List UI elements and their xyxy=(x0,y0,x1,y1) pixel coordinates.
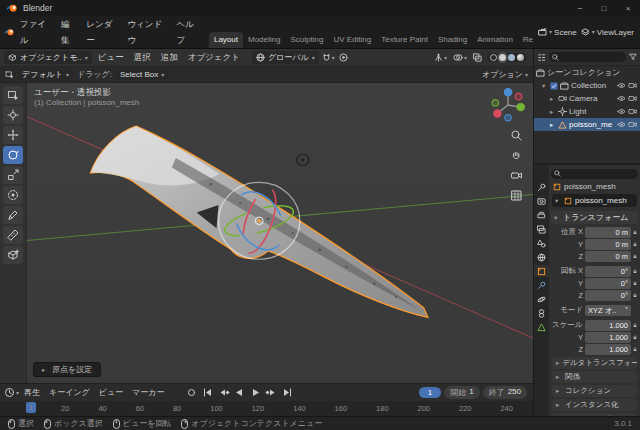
xray-toggle[interactable] xyxy=(472,53,483,62)
section-collections[interactable]: ▸コレクション xyxy=(552,385,637,397)
lock-icon[interactable] xyxy=(633,268,637,275)
disclosure-open-icon[interactable]: ▾ xyxy=(555,197,561,205)
outliner-editor-icon[interactable] xyxy=(537,53,546,62)
checkbox-checked-icon[interactable] xyxy=(550,82,558,90)
disable-render-camera-icon[interactable] xyxy=(628,108,637,115)
outliner-search-input[interactable] xyxy=(549,52,626,62)
wireframe-shading-icon[interactable] xyxy=(490,54,497,61)
rotation-x-field[interactable]: 0° xyxy=(585,266,631,277)
lock-icon[interactable] xyxy=(633,334,637,341)
lock-icon[interactable] xyxy=(633,229,637,236)
jump-to-start-button[interactable] xyxy=(200,386,215,399)
hide-viewport-eye-icon[interactable] xyxy=(617,108,626,115)
lock-icon[interactable] xyxy=(633,322,637,329)
play-reverse-button[interactable] xyxy=(232,386,247,399)
menu-add[interactable]: 追加 xyxy=(157,52,182,64)
menu-window[interactable]: ウィンドウ xyxy=(122,16,171,48)
menu-file[interactable]: ファイル xyxy=(15,16,56,48)
options-dropdown[interactable]: オプション ▾ xyxy=(482,69,528,80)
lock-icon[interactable] xyxy=(633,280,637,287)
location-y-field[interactable]: 0 m xyxy=(585,239,631,250)
properties-tab-object-data-icon[interactable] xyxy=(534,321,549,333)
properties-tab-constraints-icon[interactable] xyxy=(534,307,549,319)
section-relations[interactable]: ▸関係 xyxy=(552,371,637,383)
playhead-badge[interactable]: 1 xyxy=(26,402,36,413)
outliner-row-poisson-mesh[interactable]: ▸ poisson_me xyxy=(534,118,640,131)
drag-mode-dropdown[interactable]: Select Box ▾ xyxy=(116,69,168,80)
outliner-row-light[interactable]: ▸ Light xyxy=(534,105,640,118)
pan-hand-icon[interactable] xyxy=(510,149,523,162)
outliner-row-scene-collection[interactable]: シーンコレクション xyxy=(534,66,640,79)
rotation-mode-dropdown[interactable]: XYZ オ..▾ xyxy=(585,305,631,316)
hide-viewport-eye-icon[interactable] xyxy=(617,82,626,89)
disclosure-closed-icon[interactable]: ▸ xyxy=(550,121,556,129)
disclosure-closed-icon[interactable]: ▸ xyxy=(550,108,556,116)
filter-icon[interactable] xyxy=(629,53,637,61)
tool-rotate[interactable] xyxy=(3,146,23,164)
tab-sculpting[interactable]: Sculpting xyxy=(285,32,328,48)
frame-end-field[interactable]: 終了250 xyxy=(483,386,527,399)
current-frame-field[interactable]: 1 xyxy=(419,387,441,398)
object-name-field[interactable]: ▾ poisson_mesh xyxy=(552,194,637,207)
tool-measure[interactable] xyxy=(3,226,23,244)
properties-tab-scene-icon[interactable] xyxy=(534,237,549,249)
properties-tab-view-layer-icon[interactable] xyxy=(534,223,549,235)
rotation-z-field[interactable]: 0° xyxy=(585,290,631,301)
properties-tab-modifiers-icon[interactable] xyxy=(534,279,549,291)
properties-tab-output-icon[interactable] xyxy=(534,209,549,221)
menu-view[interactable]: ビュー xyxy=(95,387,127,398)
outliner-row-camera[interactable]: ▸ Camera xyxy=(534,92,640,105)
rotation-y-field[interactable]: 0° xyxy=(585,278,631,289)
camera-view-icon[interactable] xyxy=(510,169,523,182)
zoom-icon[interactable] xyxy=(510,129,523,142)
menu-keying[interactable]: キーイング xyxy=(45,387,94,398)
section-instancing[interactable]: ▸インスタンス化 xyxy=(552,399,637,411)
disclosure-open-icon[interactable]: ▾ xyxy=(542,82,548,90)
minimize-button[interactable]: − xyxy=(568,0,592,16)
app-menu-icon[interactable] xyxy=(4,27,15,37)
close-button[interactable]: × xyxy=(616,0,640,16)
play-button[interactable] xyxy=(248,386,263,399)
navigation-gizmo[interactable] xyxy=(490,87,526,123)
hide-viewport-eye-icon[interactable] xyxy=(617,95,626,102)
menu-marker[interactable]: マーカー xyxy=(128,387,168,398)
tab-layout[interactable]: Layout xyxy=(209,32,243,48)
scene-selector[interactable]: ▾ Scene xyxy=(538,28,577,37)
menu-edit[interactable]: 編集 xyxy=(56,16,81,48)
location-z-field[interactable]: 0 m xyxy=(585,251,631,262)
operator-panel[interactable]: ▸ 原点を設定 xyxy=(33,362,101,377)
tool-select-box[interactable] xyxy=(3,86,23,104)
tool-move[interactable] xyxy=(3,126,23,144)
properties-tab-object-icon[interactable] xyxy=(534,265,549,277)
transform-panel-header[interactable]: ▾ トランスフォーム xyxy=(551,211,638,224)
properties-tab-physics-icon[interactable] xyxy=(534,293,549,305)
perspective-grid-icon[interactable] xyxy=(510,189,523,202)
scale-z-field[interactable]: 1.000 xyxy=(585,344,631,355)
menu-select[interactable]: 選択 xyxy=(130,52,155,64)
menu-render[interactable]: レンダー xyxy=(81,16,122,48)
lock-icon[interactable] xyxy=(633,253,637,260)
maximize-button[interactable]: □ xyxy=(592,0,616,16)
disclosure-closed-icon[interactable]: ▸ xyxy=(550,95,556,103)
solid-shading-icon[interactable] xyxy=(499,54,506,61)
view-layer-selector[interactable]: ▾ ViewLayer xyxy=(581,28,634,37)
frame-start-field[interactable]: 開始1 xyxy=(444,386,479,399)
timeline-ruler[interactable]: 020 4060 80100 120140 160180 200220 240 … xyxy=(0,401,533,416)
menu-playback[interactable]: 再生 xyxy=(20,387,44,398)
properties-breadcrumb[interactable]: poisson_mesh xyxy=(551,180,638,193)
properties-tab-world-icon[interactable] xyxy=(534,251,549,263)
menu-object[interactable]: オブジェクト xyxy=(184,52,244,64)
tool-preset-dropdown[interactable]: デフォルト ▾ xyxy=(18,68,73,81)
lock-icon[interactable] xyxy=(633,346,637,353)
disable-render-camera-icon[interactable] xyxy=(628,121,637,128)
lock-icon[interactable] xyxy=(633,292,637,299)
3d-viewport[interactable]: ユーザー・透視投影 (1) Collection | poisson_mesh xyxy=(27,83,533,383)
properties-tab-render-icon[interactable] xyxy=(534,195,549,207)
next-keyframe-button[interactable] xyxy=(264,386,279,399)
hide-viewport-eye-icon[interactable] xyxy=(617,121,626,128)
tool-annotate[interactable] xyxy=(3,206,23,224)
properties-tab-tool-icon[interactable] xyxy=(534,181,549,193)
tab-animation[interactable]: Animation xyxy=(472,32,518,48)
snap-toggle[interactable]: ▾ xyxy=(321,53,336,62)
overlays-toggle[interactable]: ▾ xyxy=(452,53,468,62)
